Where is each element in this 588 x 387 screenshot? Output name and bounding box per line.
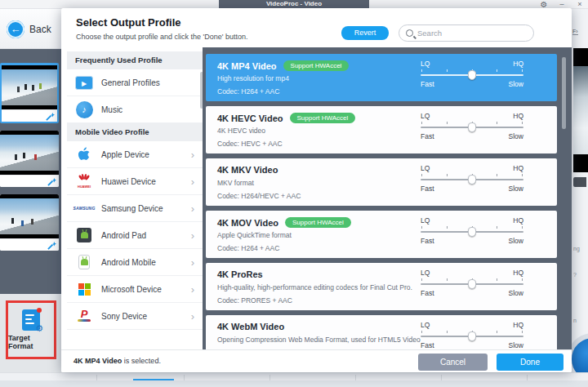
profile-card-4k-webm[interactable]: 4K WebM Video Opening Compression Web Me… [206, 315, 557, 349]
profile-desc: High resolution for mp4 [217, 74, 289, 82]
notification-dot [37, 308, 42, 313]
selection-status: 4K MP4 Video is selected. [74, 357, 161, 365]
profile-name: 4K WebM Video [217, 322, 284, 331]
done-button[interactable]: Done [497, 354, 564, 371]
slider-thumb[interactable] [468, 70, 476, 80]
slider-thumb[interactable] [468, 227, 476, 237]
target-format-label: Target Format [8, 334, 54, 350]
sidebar-item-general-profiles[interactable]: ▶ General Profiles [67, 69, 203, 96]
top-toolbar: ← Back [0, 9, 62, 49]
profile-desc: MKV format [217, 179, 254, 187]
chevron-right-icon: › [191, 229, 194, 242]
sidebar-item-samsung-device[interactable]: SAMSUNG Samsung Device › [67, 195, 203, 222]
general-profiles-icon: ▶ [74, 73, 95, 92]
sony-playstation-icon: P [74, 306, 95, 326]
quality-slider[interactable]: LQHQ FastSlow [421, 60, 523, 97]
revert-button[interactable]: Revert [341, 26, 389, 40]
clip-strip [0, 238, 59, 251]
search-placeholder: Search [417, 29, 442, 38]
android-mobile-icon [74, 252, 95, 272]
dialog-body: Frequently Used Profile ▶ General Profil… [61, 47, 572, 349]
dialog-subtitle: Choose the output profile and click the … [76, 33, 248, 41]
profile-codec: Codec: H264/HEVC + AAC [217, 192, 301, 200]
target-format-icon: ⚙ [22, 309, 40, 331]
clip-thumb-image [0, 194, 59, 238]
profile-card-4k-mkv[interactable]: 4K MKV Video MKV format Codec: H264/HEVC… [206, 158, 557, 206]
gear-icon: ⚙ [35, 324, 43, 333]
profile-name: 4K HEVC Video [217, 113, 283, 123]
profile-card-4k-prores[interactable]: 4K ProRes High-quality, high-performance… [206, 263, 557, 310]
microsoft-icon [74, 279, 95, 299]
edge-text-fragment: ? [573, 272, 577, 278]
sidebar-item-apple-device[interactable]: Apple Device › [67, 141, 203, 168]
profile-list-scrollbar[interactable] [562, 57, 566, 129]
profile-codec: Codec: HEVC + AAC [217, 140, 283, 148]
quality-slider[interactable]: LQHQ FastSlow [421, 269, 523, 306]
select-output-profile-dialog: Select Output Profile Choose the output … [61, 8, 572, 372]
profile-card-4k-mov[interactable]: 4K MOV Video Support HWAccel Apple Quick… [206, 211, 557, 258]
dialog-title: Select Output Profile [76, 16, 181, 29]
quality-slider[interactable]: LQHQ FastSlow [421, 112, 523, 149]
clip-thumbnail[interactable] [0, 131, 59, 187]
sidebar-section-header: Mobile Video Profile [67, 123, 203, 141]
target-format-button[interactable]: ⚙ Target Format [6, 300, 56, 359]
chevron-right-icon: › [191, 202, 194, 215]
music-icon: ♪ [74, 100, 95, 119]
profile-card-4k-mp4[interactable]: 4K MP4 Video Support HWAccel High resolu… [206, 54, 557, 101]
android-pad-icon [74, 225, 95, 245]
clip-thumb-image [0, 131, 59, 175]
profile-name: 4K MKV Video [217, 165, 278, 175]
sidebar-item-huawei-device[interactable]: HUAWEI Huawei Device › [67, 168, 203, 195]
chevron-right-icon: › [191, 149, 194, 161]
sidebar-item-android-pad[interactable]: Android Pad › [67, 222, 203, 249]
search-icon [406, 29, 413, 37]
close-button[interactable]: × [574, 0, 586, 9]
slider-thumb[interactable] [468, 122, 476, 132]
sidebar-item-music[interactable]: ♪ Music [67, 96, 203, 123]
clip-thumbnail-selected[interactable] [0, 63, 59, 123]
hwaccel-badge: Support HWAccel [290, 113, 356, 123]
profile-card-4k-hevc[interactable]: 4K HEVC Video Support HWAccel 4K HEVC vi… [206, 106, 557, 153]
profile-name: 4K ProRes [217, 269, 263, 279]
chevron-right-icon: › [191, 283, 194, 296]
sidebar-item-android-mobile[interactable]: Android Mobile › [67, 249, 203, 276]
slider-thumb[interactable] [468, 175, 476, 185]
edge-text-fragment: ng [573, 246, 580, 251]
clip-thumbnail[interactable] [0, 194, 59, 251]
quality-slider[interactable]: LQHQ FastSlow [421, 321, 523, 349]
profile-codec: Codec: H264 + AAC [217, 244, 279, 252]
quality-slider[interactable]: LQHQ FastSlow [421, 164, 523, 202]
profile-desc: Apple QuickTime format [217, 231, 292, 239]
search-input[interactable]: Search [399, 24, 534, 42]
edit-wand-icon[interactable] [47, 241, 56, 250]
bottom-padding [0, 380, 588, 387]
sidebar-item-sony-device[interactable]: P Sony Device › [67, 303, 203, 330]
profile-category-sidebar: Frequently Used Profile ▶ General Profil… [67, 51, 203, 349]
profile-codec: Codec: H264 + AAC [217, 87, 279, 96]
back-label: Back [29, 24, 51, 35]
profile-desc: 4K HEVC video [217, 127, 265, 135]
edit-wand-icon[interactable] [46, 112, 55, 121]
back-button[interactable]: ← Back [7, 20, 51, 38]
chevron-right-icon: › [191, 256, 194, 269]
folder-icon [573, 177, 586, 187]
quality-slider[interactable]: LQHQ FastSlow [421, 216, 523, 254]
profile-list: 4K MP4 Video Support HWAccel High resolu… [203, 47, 572, 349]
profile-desc: High-quality, high-performance editing c… [217, 283, 412, 291]
underlying-right-edge: F› ng ? n [572, 9, 588, 387]
edit-wand-icon[interactable] [47, 177, 56, 186]
clip-list-panel [0, 49, 62, 294]
clip-thumb-image [2, 65, 57, 109]
slider-thumb[interactable] [468, 279, 476, 289]
sidebar-item-microsoft-device[interactable]: Microsoft Device › [67, 276, 203, 303]
cancel-button[interactable]: Cancel [418, 354, 488, 371]
sidebar-section-header: Frequently Used Profile [67, 51, 203, 69]
chevron-right-icon: › [191, 310, 194, 322]
profile-desc: Opening Compression Web Media Format, us… [217, 336, 421, 344]
hwaccel-badge: Support HWAccel [285, 217, 351, 228]
back-arrow-icon: ← [7, 20, 24, 38]
clip-strip [0, 175, 59, 187]
profile-name: 4K MP4 Video [217, 61, 277, 71]
huawei-icon: HUAWEI [74, 171, 95, 191]
slider-thumb[interactable] [468, 331, 476, 341]
